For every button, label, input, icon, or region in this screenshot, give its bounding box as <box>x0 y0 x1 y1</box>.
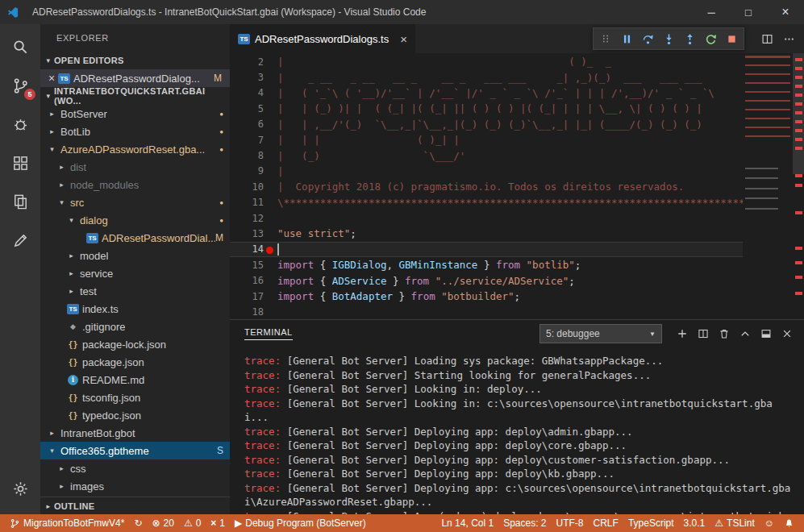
warning-count[interactable]: ⚠0 <box>179 514 206 532</box>
code-line-10[interactable]: 10| Copyright 2018 (c) pragmatismo.io. T… <box>230 179 743 194</box>
tree-item-intranetbot-gbot[interactable]: ▸IntranetBot.gbot <box>40 424 230 442</box>
line-number[interactable]: 11 <box>230 197 264 208</box>
pause-button[interactable] <box>616 28 637 49</box>
line-number[interactable]: 17 <box>230 291 264 302</box>
activity-extensions[interactable] <box>0 143 40 182</box>
minimize-button[interactable]: ─ <box>693 0 730 24</box>
tree-item-test[interactable]: ▸test <box>40 282 230 300</box>
more-actions-button[interactable] <box>779 29 799 48</box>
code-line-8[interactable]: 8| (_) `\___/' | <box>230 148 743 163</box>
line-number[interactable]: 5 <box>230 103 264 114</box>
line-number[interactable]: 15 <box>230 260 264 271</box>
tree-item-package-lock-json[interactable]: {}package-lock.json <box>40 335 230 353</box>
code-editor[interactable]: 2| ( )_ _ |3| _ __ _ __ __ _ __ _ ___ __… <box>230 53 804 319</box>
breakpoint-icon[interactable] <box>266 247 273 254</box>
tree-item-botlib[interactable]: ▸BotLib● <box>40 123 230 140</box>
tree-item-azureadpasswordreset-gba[interactable]: ▾AzureADPasswordReset.gba...● <box>40 140 230 158</box>
breakpoint-margin[interactable] <box>264 85 277 101</box>
activity-settings[interactable] <box>0 469 40 508</box>
sync-status[interactable]: ↻ <box>129 514 147 532</box>
breakpoint-margin[interactable] <box>264 148 277 163</box>
code-line-18[interactable]: 18 <box>230 304 743 319</box>
tree-item-gitignore[interactable]: ◆.gitignore <box>40 318 230 335</box>
activity-edit[interactable] <box>0 221 40 260</box>
debug-program[interactable]: ▶Debug Program (BotServer) <box>230 514 371 532</box>
tree-item-images[interactable]: ▸images <box>40 477 230 495</box>
grip-button[interactable] <box>595 28 616 49</box>
tree-item-typedoc-json[interactable]: {}typedoc.json <box>40 406 230 424</box>
breakpoint-margin[interactable] <box>264 257 277 272</box>
workspace-header[interactable]: ▾ INTRANETBOTQUICKSTART.GBAI (WO... <box>40 87 230 105</box>
activity-search[interactable] <box>0 27 40 66</box>
language-mode[interactable]: TypeScript <box>623 514 679 532</box>
code-line-6[interactable]: 6| | ,__/'(_) `\__,_|`\__,_|(_) (_) (_)`… <box>230 117 743 132</box>
split-editor-button[interactable] <box>757 29 777 48</box>
restart-button[interactable] <box>700 28 721 49</box>
tslint-status[interactable]: ⚠TSLint <box>710 514 759 532</box>
breakpoint-margin[interactable] <box>264 69 277 85</box>
breakpoint-margin[interactable] <box>264 179 277 194</box>
code-line-9[interactable]: 9| | <box>230 164 743 179</box>
line-number[interactable]: 4 <box>230 87 264 98</box>
code-line-5[interactable]: 5| | (_) )| | ( (_| |( (_| || ( ) ( ) |(… <box>230 101 743 116</box>
code-line-14[interactable]: 14 <box>230 242 743 257</box>
tree-item-package-json[interactable]: {}package.json <box>40 353 230 371</box>
activity-source-control[interactable]: 5 <box>0 66 40 105</box>
outline-header[interactable]: ▸ OUTLINE <box>40 497 230 514</box>
step-into-button[interactable] <box>658 28 679 49</box>
code-line-12[interactable]: 12 <box>230 210 743 226</box>
breakpoint-margin[interactable] <box>264 132 277 148</box>
breakpoint-margin[interactable] <box>264 226 277 241</box>
line-number[interactable]: 14 <box>230 243 264 255</box>
chevron-up-button[interactable] <box>735 323 756 344</box>
tree-item-index-ts[interactable]: TSindex.ts <box>40 300 230 318</box>
split-terminal-button[interactable] <box>693 323 714 344</box>
close-panel-button[interactable] <box>777 323 798 344</box>
indentation[interactable]: Spaces: 2 <box>498 514 551 532</box>
tree-item-adresetpassworddial[interactable]: TSADResetPasswordDial...M <box>40 229 230 247</box>
tree-item-src[interactable]: ▾src● <box>40 193 230 211</box>
terminal-selector[interactable]: 5: debuggee ▼ <box>539 324 662 343</box>
ts-version[interactable]: 3.0.1 <box>679 514 710 532</box>
line-number[interactable]: 3 <box>230 72 264 83</box>
code-line-17[interactable]: 17import { BotAdapter } from "botbuilder… <box>230 289 743 304</box>
line-number[interactable]: 12 <box>230 213 264 224</box>
minimap[interactable] <box>743 53 793 319</box>
breakpoint-margin[interactable] <box>264 304 277 319</box>
breakpoint-margin[interactable] <box>264 164 277 179</box>
line-number[interactable]: 8 <box>230 150 264 161</box>
breakpoint-margin[interactable] <box>264 54 277 69</box>
new-terminal-button[interactable] <box>672 323 693 344</box>
breakpoint-margin[interactable] <box>264 243 277 256</box>
breakpoint-margin[interactable] <box>264 101 277 116</box>
code-line-4[interactable]: 4| ( '_`\ ( '__)/'__` | /'__` |/' _ ` _ … <box>230 85 743 101</box>
line-number[interactable]: 9 <box>230 165 264 177</box>
line-number[interactable]: 18 <box>230 306 264 318</box>
close-button[interactable]: × <box>767 0 804 24</box>
tree-item-service[interactable]: ▸service <box>40 264 230 282</box>
breakpoint-margin[interactable] <box>264 210 277 226</box>
maximize-button[interactable]: □ <box>730 0 767 24</box>
step-out-button[interactable] <box>679 28 700 49</box>
terminal-output[interactable]: trace: [General Bot Server] Loading sys … <box>230 347 804 514</box>
code-line-15[interactable]: 15import { IGBDialog, GBMinInstance } fr… <box>230 257 743 272</box>
line-number[interactable]: 16 <box>230 275 264 286</box>
cursor-position[interactable]: Ln 14, Col 1 <box>436 514 498 532</box>
line-number[interactable]: 10 <box>230 181 264 193</box>
activity-files[interactable] <box>0 182 40 221</box>
breakpoint-margin[interactable] <box>264 117 277 132</box>
notifications[interactable] <box>779 514 799 532</box>
open-editors-header[interactable]: ▾ OPEN EDITORS <box>40 52 230 69</box>
code-line-7[interactable]: 7| | | ( )_| | | <box>230 132 743 148</box>
breakpoint-margin[interactable] <box>264 272 277 288</box>
tree-item-botserver[interactable]: ▸BotServer● <box>40 105 230 123</box>
error-count[interactable]: ⊗20 <box>147 514 178 532</box>
line-number[interactable]: 13 <box>230 228 264 239</box>
tree-item-dist[interactable]: ▸dist <box>40 158 230 176</box>
stop-button[interactable] <box>721 28 742 49</box>
kill-terminal-button[interactable] <box>714 323 735 344</box>
tab-terminal[interactable]: TERMINAL <box>244 327 293 340</box>
code-lines[interactable]: 2| ( )_ _ |3| _ __ _ __ __ _ __ _ ___ __… <box>230 54 743 319</box>
tree-item-model[interactable]: ▸model <box>40 247 230 264</box>
tree-item-node-modules[interactable]: ▸node_modules <box>40 176 230 193</box>
